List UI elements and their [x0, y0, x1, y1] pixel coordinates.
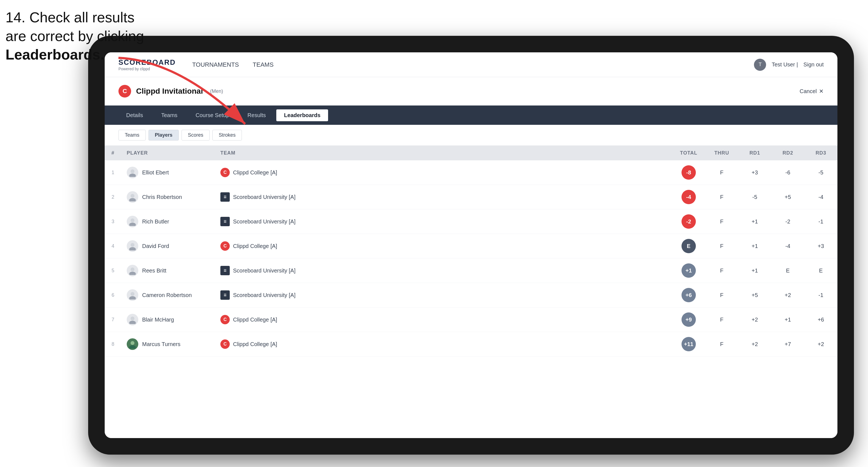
svg-point-2 — [129, 174, 136, 177]
cell-rd2: -6 — [771, 160, 804, 185]
table-header-row: # PLAYER TEAM TOTAL THRU RD1 RD2 RD3 — [105, 146, 837, 160]
team-name: Scoreboard University [A] — [233, 194, 296, 200]
table-row: 7Blair McHargCClippd College [A]+9F+2+1+… — [105, 308, 837, 332]
team-logo-clippd: C — [220, 339, 230, 349]
top-nav: SCOREBOARD Powered by clippd TOURNAMENTS… — [105, 52, 837, 77]
table-row: 5Rees Britt☰Scoreboard University [A]+1F… — [105, 258, 837, 283]
cell-rd3: +2 — [804, 332, 837, 356]
col-total: TOTAL — [672, 146, 705, 160]
filter-players-btn[interactable]: Players — [149, 130, 179, 141]
tournament-title-row: C Clippd Invitational (Men) — [119, 85, 223, 97]
instruction-text: 14. Check all results are correct by cli… — [5, 8, 144, 64]
cell-player: Blair McHarg — [121, 308, 215, 332]
cell-total: -4 — [672, 185, 705, 209]
cell-team: CClippd College [A] — [215, 332, 672, 356]
team-name: Scoreboard University [A] — [233, 268, 296, 274]
team-logo-clippd: C — [220, 315, 230, 324]
player-name: Rich Butler — [142, 218, 169, 225]
col-team: TEAM — [215, 146, 672, 160]
cell-rank: 6 — [105, 283, 121, 308]
svg-point-13 — [131, 317, 134, 320]
team-logo-scoreboard: ☰ — [220, 192, 230, 202]
svg-point-12 — [129, 296, 136, 300]
cell-rd2: -4 — [771, 234, 804, 258]
cell-player: Chris Robertson — [121, 185, 215, 209]
col-rd2: RD2 — [771, 146, 804, 160]
tab-leaderboards[interactable]: Leaderboards — [276, 110, 328, 121]
team-name: Clippd College [A] — [233, 341, 277, 347]
table-row: 2Chris Robertson☰Scoreboard University [… — [105, 185, 837, 209]
col-rd3: RD3 — [804, 146, 837, 160]
table-row: 4David FordCClippd College [A]EF+1-4+3 — [105, 234, 837, 258]
cell-total: +6 — [672, 283, 705, 308]
team-logo-clippd: C — [220, 168, 230, 177]
player-avatar — [127, 191, 138, 203]
cell-rank: 8 — [105, 332, 121, 356]
col-rank: # — [105, 146, 121, 160]
team-logo-clippd: C — [220, 241, 230, 251]
filter-scores-btn[interactable]: Scores — [182, 130, 210, 141]
cell-rank: 2 — [105, 185, 121, 209]
cell-thru: F — [705, 308, 738, 332]
player-name: Elliot Ebert — [142, 169, 169, 176]
cell-player: Cameron Robertson — [121, 283, 215, 308]
sign-out-link[interactable]: Sign out — [804, 61, 824, 68]
top-nav-right: T Test User | Sign out — [754, 59, 824, 71]
tablet-screen: SCOREBOARD Powered by clippd TOURNAMENTS… — [105, 52, 837, 438]
svg-point-1 — [131, 169, 134, 173]
svg-point-15 — [131, 341, 134, 345]
tab-results[interactable]: Results — [240, 110, 274, 121]
cell-rd3: -1 — [804, 209, 837, 234]
cell-team: CClippd College [A] — [215, 160, 672, 185]
tournament-icon: C — [119, 85, 131, 97]
cell-thru: F — [705, 209, 738, 234]
cell-rd3: -1 — [804, 283, 837, 308]
cell-total: +11 — [672, 332, 705, 356]
cell-rd2: +2 — [771, 283, 804, 308]
team-logo-scoreboard: ☰ — [220, 266, 230, 275]
close-icon: ✕ — [819, 88, 824, 94]
svg-point-4 — [129, 198, 136, 201]
user-avatar: T — [754, 59, 766, 71]
tab-teams[interactable]: Teams — [153, 110, 185, 121]
team-name: Clippd College [A] — [233, 243, 277, 249]
team-name: Scoreboard University [A] — [233, 292, 296, 299]
tab-details[interactable]: Details — [119, 110, 151, 121]
cell-team: ☰Scoreboard University [A] — [215, 209, 672, 234]
cell-team: ☰Scoreboard University [A] — [215, 258, 672, 283]
table-row: 8Marcus TurnersCClippd College [A]+11F+2… — [105, 332, 837, 356]
nav-tournaments[interactable]: TOURNAMENTS — [192, 61, 239, 68]
cell-rd3: E — [804, 258, 837, 283]
cell-rd1: +2 — [738, 308, 771, 332]
team-name: Clippd College [A] — [233, 169, 277, 176]
player-avatar — [127, 289, 138, 301]
player-name: Blair McHarg — [142, 317, 174, 323]
svg-point-11 — [131, 292, 134, 296]
nav-teams[interactable]: TEAMS — [253, 61, 274, 68]
table-row: 6Cameron Robertson☰Scoreboard University… — [105, 283, 837, 308]
cell-rd2: +1 — [771, 308, 804, 332]
cell-rd1: +5 — [738, 283, 771, 308]
cell-player: Rees Britt — [121, 258, 215, 283]
cell-rank: 3 — [105, 209, 121, 234]
svg-point-16 — [129, 345, 136, 348]
filter-strokes-btn[interactable]: Strokes — [212, 130, 242, 141]
cell-rd1: +1 — [738, 234, 771, 258]
cell-rd1: +2 — [738, 332, 771, 356]
cell-player: Elliot Ebert — [121, 160, 215, 185]
player-avatar — [127, 265, 138, 276]
cell-rank: 4 — [105, 234, 121, 258]
team-logo-scoreboard: ☰ — [220, 290, 230, 300]
player-avatar — [127, 240, 138, 252]
filter-teams-btn[interactable]: Teams — [119, 130, 146, 141]
col-thru: THRU — [705, 146, 738, 160]
tournament-badge: (Men) — [210, 88, 223, 94]
tab-course-setup[interactable]: Course Setup — [188, 110, 237, 121]
svg-point-10 — [129, 272, 136, 275]
cell-rd3: +3 — [804, 234, 837, 258]
cell-thru: F — [705, 160, 738, 185]
nav-links: TOURNAMENTS TEAMS — [192, 61, 754, 68]
cell-rd1: -5 — [738, 185, 771, 209]
cell-rd2: +5 — [771, 185, 804, 209]
cancel-button[interactable]: Cancel ✕ — [800, 88, 824, 94]
